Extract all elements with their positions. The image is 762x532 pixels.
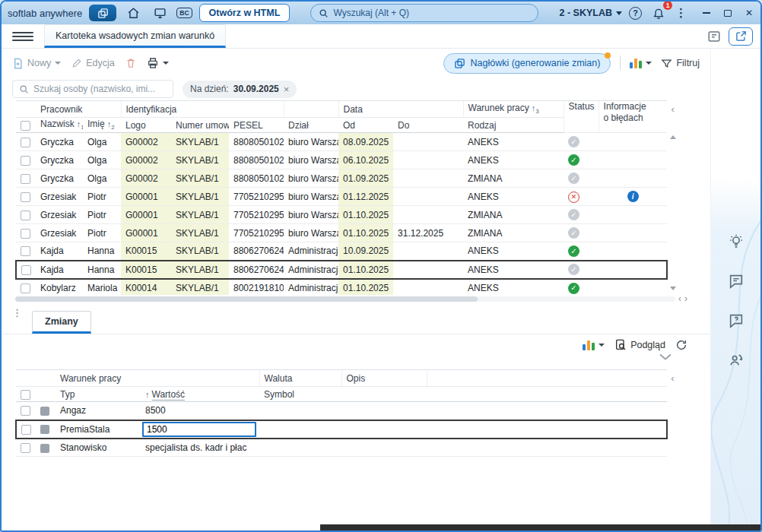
row-checkbox[interactable] xyxy=(21,211,30,220)
tab-zmiany[interactable]: Zmiany xyxy=(32,311,91,334)
row-checkbox[interactable] xyxy=(21,283,30,293)
bc-badge[interactable]: BC xyxy=(176,8,192,19)
table-row[interactable]: GryczkaOlga G00002SKYLAB/1 8808050102biu… xyxy=(16,151,667,169)
column-header-logo[interactable]: Logo xyxy=(121,118,171,133)
monitor-button[interactable] xyxy=(150,5,170,21)
new-button[interactable]: Nowy xyxy=(12,58,61,69)
close-button[interactable]: ✕ xyxy=(744,8,754,18)
row-checkbox[interactable] xyxy=(21,229,30,239)
info-icon[interactable] xyxy=(627,191,639,202)
column-header-od[interactable]: Od xyxy=(338,118,393,133)
share-icon xyxy=(735,30,747,42)
collapse-columns-icon[interactable]: ‹ xyxy=(671,371,674,386)
column-header-pesel[interactable]: PESEL xyxy=(229,118,284,133)
scroll-up-icon[interactable] xyxy=(670,135,676,139)
row-checkbox[interactable] xyxy=(21,443,30,453)
table-row-selected[interactable]: KajdaHanna K00015SKYLAB/1 8806270624Admi… xyxy=(16,261,667,279)
column-header-status[interactable]: Status xyxy=(564,101,598,133)
help-chat-button[interactable] xyxy=(725,310,747,331)
person-search[interactable] xyxy=(12,80,173,98)
row-checkbox[interactable] xyxy=(21,156,30,166)
bar-chart-icon xyxy=(630,58,642,68)
row-checkbox[interactable] xyxy=(21,425,31,435)
table-row[interactable]: GrzesiakPiotr G00001SKYLAB/1 7705210295b… xyxy=(16,188,667,206)
row-checkbox[interactable] xyxy=(21,192,30,202)
column-header-numer-umowy[interactable]: Numer umowy xyxy=(171,118,229,133)
close-icon[interactable]: × xyxy=(284,84,290,94)
help-button[interactable]: ? xyxy=(629,7,642,20)
date-filter-chip[interactable]: Na dzień: 30.09.2025 × xyxy=(183,81,297,98)
tab-kartoteka[interactable]: Kartoteka wsadowych zmian warunkó xyxy=(44,24,226,48)
drag-handle-icon[interactable]: ⋮ xyxy=(12,310,22,316)
status-icon xyxy=(568,245,579,257)
column-header-typ[interactable]: Typ xyxy=(56,387,141,402)
table-row[interactable]: Angaz 8500 xyxy=(16,402,667,420)
table-row[interactable]: GrzesiakPiotr G00001SKYLAB/1 7705210295b… xyxy=(16,206,667,224)
notifications-button[interactable]: 1 xyxy=(649,5,668,21)
open-in-html-button[interactable]: Otwórz w HTML xyxy=(199,4,291,22)
column-header-imie[interactable]: Imię↑2 xyxy=(83,118,121,133)
value-edit-input[interactable] xyxy=(142,422,256,437)
scrollbar-thumb[interactable] xyxy=(15,296,478,302)
column-header-nazwisko[interactable]: Nazwisk↑1 xyxy=(36,118,83,133)
select-all-checkbox[interactable] xyxy=(21,121,30,131)
table-row[interactable]: KajdaHanna K00015SKYLAB/1 8806270624Admi… xyxy=(16,242,667,261)
band-waluta: Waluta xyxy=(259,370,341,387)
table-row-selected[interactable]: PremiaStala xyxy=(16,420,667,439)
more-menu-button[interactable]: ⋮ xyxy=(675,6,687,20)
app-logo-button[interactable] xyxy=(89,5,116,21)
panel-splitter[interactable]: ⋮ Zmiany xyxy=(2,302,710,334)
side-panel-icon[interactable] xyxy=(707,30,721,43)
preview-button[interactable]: Podgląd xyxy=(614,339,665,351)
share-button[interactable] xyxy=(729,27,753,46)
table-row[interactable]: GryczkaOlga G00002SKYLAB/1 8808050102biu… xyxy=(16,133,667,151)
table-row[interactable]: GrzesiakPiotr G00001SKYLAB/1 7705210295b… xyxy=(16,224,667,242)
vertical-scrollbar[interactable]: ‹ xyxy=(668,100,678,295)
scroll-down-icon[interactable] xyxy=(670,287,676,290)
delete-button[interactable] xyxy=(125,58,136,68)
company-selector[interactable]: 2 - SKYLAB xyxy=(560,8,622,18)
maximize-icon xyxy=(724,10,732,17)
feedback-button[interactable] xyxy=(725,271,747,292)
band-warunek-pracy: Warunek pracy xyxy=(56,370,259,387)
row-checkbox[interactable] xyxy=(21,265,31,275)
chart-view-button[interactable] xyxy=(583,340,605,350)
row-checkbox[interactable] xyxy=(21,138,30,147)
select-all-checkbox[interactable] xyxy=(21,390,30,400)
person-search-input[interactable] xyxy=(33,84,167,94)
chat-icon xyxy=(728,273,745,290)
maximize-button[interactable] xyxy=(722,8,733,18)
filter-button[interactable]: Filtruj xyxy=(661,58,700,69)
print-button[interactable] xyxy=(147,57,169,69)
headers-generate-button[interactable]: Nagłówki (generowanie zmian) xyxy=(443,53,611,74)
status-icon xyxy=(568,154,579,166)
row-checkbox[interactable] xyxy=(21,406,30,416)
table-row[interactable]: GryczkaOlga G00002SKYLAB/1 8808050102biu… xyxy=(16,169,667,188)
row-checkbox[interactable] xyxy=(21,174,30,184)
global-search-input[interactable] xyxy=(333,8,530,18)
hamburger-menu-button[interactable] xyxy=(12,24,33,48)
global-search[interactable] xyxy=(310,4,538,22)
community-button[interactable] xyxy=(725,350,747,371)
chart-view-button[interactable] xyxy=(630,58,652,68)
collapse-panel-button[interactable] xyxy=(659,353,672,360)
assistant-button[interactable] xyxy=(725,231,747,252)
horizontal-scrollbar[interactable]: ‹ › xyxy=(15,295,687,302)
column-header-wartosc[interactable]: ↑Wartość xyxy=(141,387,259,402)
column-header-do[interactable]: Do xyxy=(393,118,463,133)
table-row[interactable]: KobylarzMariola K00014SKYLAB/1 800219181… xyxy=(16,279,667,296)
lightbulb-icon xyxy=(728,233,745,250)
refresh-icon[interactable] xyxy=(675,339,687,351)
column-header-dzial[interactable]: Dział xyxy=(284,118,338,133)
main-grid: Pracownik Identyfikacja Data Warunek pra… xyxy=(15,100,668,295)
row-checkbox[interactable] xyxy=(21,246,30,256)
collapse-columns-icon[interactable]: ‹ xyxy=(671,102,674,117)
edit-button[interactable]: Edycja xyxy=(71,58,115,68)
home-button[interactable] xyxy=(123,5,143,21)
column-header-informacje[interactable]: Informacjeo błędach xyxy=(598,101,667,133)
band-opis: Opis xyxy=(341,370,427,387)
minimize-button[interactable] xyxy=(701,8,712,18)
column-header-symbol[interactable]: Symbol xyxy=(259,387,341,402)
column-header-rodzaj[interactable]: Rodzaj xyxy=(463,118,564,133)
table-row[interactable]: Stanowisko specjalista ds. kadr i płac xyxy=(16,439,667,457)
